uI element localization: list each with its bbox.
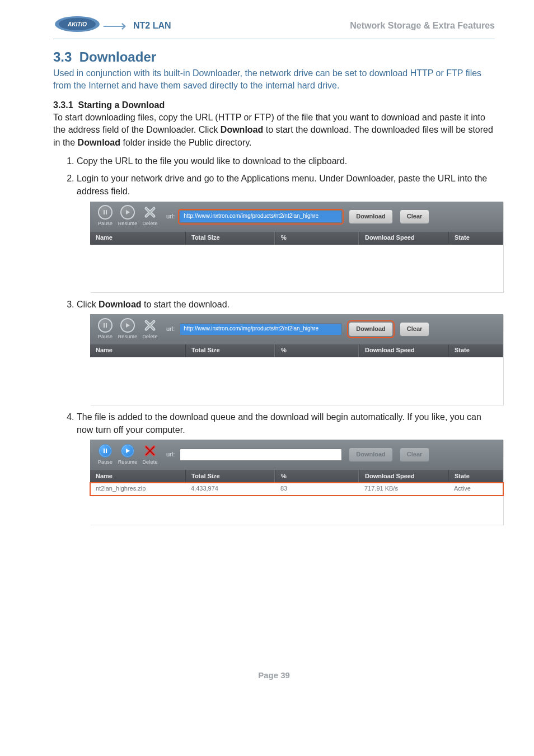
section-intro: Used in conjunction with its built-in Do… (53, 67, 495, 92)
col-percent: % (275, 344, 359, 357)
clear-button[interactable]: Clear (400, 209, 430, 224)
table-body-empty (90, 245, 503, 292)
download-button[interactable]: Download (349, 209, 393, 224)
svg-marker-19 (126, 449, 130, 453)
url-label: url: (166, 212, 175, 221)
cell-state: Active (448, 484, 503, 493)
table-header: Name Total Size % Download Speed State (90, 470, 503, 483)
delete-button[interactable]: Delete (140, 205, 160, 227)
pause-button[interactable]: Pause (96, 205, 115, 227)
subsection-heading: 3.3.1 Starting a Download (53, 100, 495, 110)
delete-x-icon (143, 319, 157, 332)
section-heading: 3.3 Downloader (53, 49, 495, 65)
delete-button[interactable]: Delete (140, 318, 160, 340)
clear-button[interactable]: Clear (400, 447, 430, 462)
col-total-size: Total Size (185, 344, 275, 357)
svg-marker-5 (126, 210, 130, 214)
table-header: Name Total Size % Download Speed State (90, 232, 503, 245)
url-label: url: (166, 450, 175, 459)
col-speed: Download Speed (359, 470, 448, 483)
resume-button[interactable]: Resume (118, 444, 137, 466)
svg-rect-4 (106, 210, 107, 214)
svg-rect-18 (106, 449, 107, 453)
col-speed: Download Speed (359, 232, 448, 245)
pause-button[interactable]: Pause (96, 444, 115, 466)
col-total-size: Total Size (185, 470, 275, 483)
step-2: Login to your network drive and go to th… (77, 172, 495, 292)
page-footer: Page 39 (53, 670, 495, 680)
cell-percent: 83 (275, 484, 359, 493)
svg-rect-3 (104, 210, 105, 214)
downloader-screenshot-2: Pause Resume (90, 314, 503, 405)
col-state: State (448, 232, 503, 245)
svg-rect-10 (104, 323, 105, 328)
delete-x-icon (143, 206, 157, 219)
cell-speed: 717.91 KB/s (359, 484, 448, 493)
step-4: The file is added to the download queue … (77, 410, 495, 525)
pause-icon (99, 444, 112, 458)
col-name: Name (90, 344, 185, 357)
url-input[interactable]: http://www.inxtron.com/img/products/nt2/… (180, 211, 342, 223)
col-state: State (448, 344, 503, 357)
cell-name: nt2lan_highres.zip (90, 484, 185, 493)
delete-button[interactable]: Delete (140, 444, 160, 466)
product-name: NT2 LAN (133, 21, 171, 31)
table-body-empty (90, 357, 503, 405)
col-state: State (448, 470, 503, 483)
step-1: Copy the URL to the file you would like … (77, 155, 495, 167)
pause-icon (98, 205, 113, 220)
resume-button[interactable]: Resume (118, 318, 137, 340)
table-row[interactable]: nt2lan_highres.zip 4,433,974 83 717.91 K… (90, 483, 503, 496)
clear-button[interactable]: Clear (400, 322, 430, 337)
col-name: Name (90, 470, 185, 483)
downloader-screenshot-1: Pause Resume (90, 202, 503, 292)
svg-marker-12 (126, 323, 130, 328)
download-button[interactable]: Download (349, 322, 393, 337)
subsection-paragraph: To start downloading files, copy the URL… (53, 111, 495, 149)
col-percent: % (275, 470, 359, 483)
table-header: Name Total Size % Download Speed State (90, 344, 503, 357)
svg-text:AKITIO: AKITIO (67, 21, 87, 27)
play-icon (120, 318, 135, 333)
pause-icon (98, 318, 113, 333)
akitio-logo: AKITIO (53, 18, 101, 34)
pause-button[interactable]: Pause (96, 318, 115, 340)
download-button[interactable]: Download (349, 447, 393, 462)
table-body: nt2lan_highres.zip 4,433,974 83 717.91 K… (90, 483, 503, 525)
page-section-title: Network Storage & Extra Features (350, 21, 495, 31)
delete-x-icon (143, 444, 157, 458)
play-icon (120, 205, 135, 220)
cell-size: 4,433,974 (185, 484, 275, 493)
col-total-size: Total Size (185, 232, 275, 245)
step-3: Click Download to start the download. Pa… (77, 298, 495, 405)
svg-rect-11 (106, 323, 107, 328)
col-percent: % (275, 232, 359, 245)
col-name: Name (90, 232, 185, 245)
svg-rect-17 (104, 449, 105, 453)
header-separator: ⟶ (102, 16, 127, 35)
resume-button[interactable]: Resume (118, 205, 137, 227)
downloader-screenshot-3: Pause Resume (90, 440, 503, 525)
play-icon (121, 444, 134, 458)
col-speed: Download Speed (359, 344, 448, 357)
url-input[interactable]: http://www.inxtron.com/img/products/nt2/… (180, 323, 342, 335)
url-input[interactable] (180, 449, 342, 461)
top-rule (53, 39, 495, 39)
url-label: url: (166, 325, 175, 334)
